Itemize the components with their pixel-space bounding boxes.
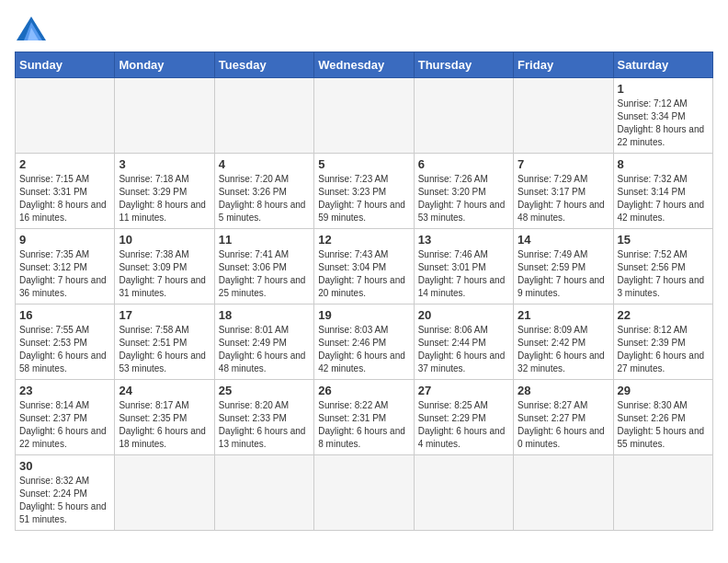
day-info: Sunrise: 7:32 AM Sunset: 3:14 PM Dayligh… xyxy=(618,173,709,224)
day-number: 20 xyxy=(418,308,509,322)
day-number: 22 xyxy=(618,308,709,322)
calendar-cell-w4-d5: 28Sunrise: 8:27 AM Sunset: 2:27 PM Dayli… xyxy=(514,380,613,455)
day-info: Sunrise: 7:23 AM Sunset: 3:23 PM Dayligh… xyxy=(318,173,409,224)
day-info: Sunrise: 7:41 AM Sunset: 3:06 PM Dayligh… xyxy=(219,248,310,300)
calendar-cell-w2-d1: 10Sunrise: 7:38 AM Sunset: 3:09 PM Dayli… xyxy=(115,229,214,304)
calendar-week-2: 9Sunrise: 7:35 AM Sunset: 3:12 PM Daylig… xyxy=(16,229,713,304)
calendar-cell-w2-d4: 13Sunrise: 7:46 AM Sunset: 3:01 PM Dayli… xyxy=(414,229,513,304)
weekday-header-wednesday: Wednesday xyxy=(314,52,414,78)
day-number: 12 xyxy=(318,233,409,247)
calendar-cell-w1-d1: 3Sunrise: 7:18 AM Sunset: 3:29 PM Daylig… xyxy=(115,154,214,229)
calendar-cell-w0-d3 xyxy=(314,78,414,154)
day-info: Sunrise: 7:35 AM Sunset: 3:12 PM Dayligh… xyxy=(19,248,110,300)
day-info: Sunrise: 8:22 AM Sunset: 2:31 PM Dayligh… xyxy=(318,399,409,451)
calendar-cell-w5-d2 xyxy=(214,455,313,531)
day-number: 19 xyxy=(318,308,409,322)
calendar-cell-w1-d5: 7Sunrise: 7:29 AM Sunset: 3:17 PM Daylig… xyxy=(514,154,613,229)
calendar-cell-w1-d2: 4Sunrise: 7:20 AM Sunset: 3:26 PM Daylig… xyxy=(214,154,313,229)
day-number: 27 xyxy=(418,384,509,397)
calendar-week-1: 2Sunrise: 7:15 AM Sunset: 3:31 PM Daylig… xyxy=(16,154,713,229)
day-number: 4 xyxy=(219,157,310,171)
calendar-cell-w1-d0: 2Sunrise: 7:15 AM Sunset: 3:31 PM Daylig… xyxy=(16,154,115,229)
day-info: Sunrise: 7:46 AM Sunset: 3:01 PM Dayligh… xyxy=(418,248,509,300)
calendar-cell-w3-d2: 18Sunrise: 8:01 AM Sunset: 2:49 PM Dayli… xyxy=(214,304,313,380)
calendar-cell-w3-d3: 19Sunrise: 8:03 AM Sunset: 2:46 PM Dayli… xyxy=(314,304,414,380)
day-number: 11 xyxy=(219,233,310,247)
day-number: 21 xyxy=(518,308,609,322)
calendar-cell-w0-d0 xyxy=(16,78,115,154)
day-number: 28 xyxy=(518,384,609,397)
day-number: 17 xyxy=(119,308,210,322)
calendar-cell-w4-d3: 26Sunrise: 8:22 AM Sunset: 2:31 PM Dayli… xyxy=(314,380,414,455)
calendar-cell-w5-d0: 30Sunrise: 8:32 AM Sunset: 2:24 PM Dayli… xyxy=(16,455,115,531)
calendar-cell-w3-d0: 16Sunrise: 7:55 AM Sunset: 2:53 PM Dayli… xyxy=(16,304,115,380)
calendar-cell-w3-d6: 22Sunrise: 8:12 AM Sunset: 2:39 PM Dayli… xyxy=(613,304,712,380)
day-info: Sunrise: 7:52 AM Sunset: 2:56 PM Dayligh… xyxy=(618,248,709,300)
day-number: 7 xyxy=(518,157,609,171)
day-number: 3 xyxy=(119,157,210,171)
weekday-header-tuesday: Tuesday xyxy=(214,52,313,78)
calendar-cell-w3-d5: 21Sunrise: 8:09 AM Sunset: 2:42 PM Dayli… xyxy=(514,304,613,380)
day-info: Sunrise: 7:58 AM Sunset: 2:51 PM Dayligh… xyxy=(119,324,210,375)
day-info: Sunrise: 7:20 AM Sunset: 3:26 PM Dayligh… xyxy=(219,173,310,224)
day-number: 18 xyxy=(219,308,310,322)
calendar-cell-w4-d6: 29Sunrise: 8:30 AM Sunset: 2:26 PM Dayli… xyxy=(613,380,712,455)
day-number: 26 xyxy=(318,384,409,397)
day-info: Sunrise: 8:09 AM Sunset: 2:42 PM Dayligh… xyxy=(518,324,609,375)
calendar-cell-w0-d6: 1Sunrise: 7:12 AM Sunset: 3:34 PM Daylig… xyxy=(613,78,712,154)
day-info: Sunrise: 8:27 AM Sunset: 2:27 PM Dayligh… xyxy=(518,399,609,451)
calendar-cell-w5-d4 xyxy=(414,455,513,531)
day-info: Sunrise: 8:20 AM Sunset: 2:33 PM Dayligh… xyxy=(219,399,310,451)
day-number: 14 xyxy=(518,233,609,247)
calendar-header: SundayMondayTuesdayWednesdayThursdayFrid… xyxy=(16,52,713,78)
day-number: 13 xyxy=(418,233,509,247)
day-info: Sunrise: 7:26 AM Sunset: 3:20 PM Dayligh… xyxy=(418,173,509,224)
weekday-header-thursday: Thursday xyxy=(414,52,513,78)
logo xyxy=(15,15,51,42)
calendar-table: SundayMondayTuesdayWednesdayThursdayFrid… xyxy=(15,52,713,531)
calendar-cell-w2-d5: 14Sunrise: 7:49 AM Sunset: 2:59 PM Dayli… xyxy=(514,229,613,304)
day-number: 16 xyxy=(19,308,110,322)
day-number: 8 xyxy=(618,157,709,171)
day-info: Sunrise: 7:43 AM Sunset: 3:04 PM Dayligh… xyxy=(318,248,409,300)
day-number: 1 xyxy=(618,82,709,96)
calendar-cell-w3-d1: 17Sunrise: 7:58 AM Sunset: 2:51 PM Dayli… xyxy=(115,304,214,380)
day-info: Sunrise: 7:49 AM Sunset: 2:59 PM Dayligh… xyxy=(518,248,609,300)
day-info: Sunrise: 7:38 AM Sunset: 3:09 PM Dayligh… xyxy=(119,248,210,300)
day-number: 24 xyxy=(119,384,210,397)
day-number: 23 xyxy=(19,384,110,397)
page-header xyxy=(15,15,713,42)
calendar-cell-w2-d0: 9Sunrise: 7:35 AM Sunset: 3:12 PM Daylig… xyxy=(16,229,115,304)
day-info: Sunrise: 8:32 AM Sunset: 2:24 PM Dayligh… xyxy=(19,475,110,526)
calendar-cell-w0-d4 xyxy=(414,78,513,154)
day-info: Sunrise: 7:29 AM Sunset: 3:17 PM Dayligh… xyxy=(518,173,609,224)
day-info: Sunrise: 8:25 AM Sunset: 2:29 PM Dayligh… xyxy=(418,399,509,451)
day-number: 25 xyxy=(219,384,310,397)
calendar-cell-w2-d3: 12Sunrise: 7:43 AM Sunset: 3:04 PM Dayli… xyxy=(314,229,414,304)
calendar-cell-w3-d4: 20Sunrise: 8:06 AM Sunset: 2:44 PM Dayli… xyxy=(414,304,513,380)
day-info: Sunrise: 8:06 AM Sunset: 2:44 PM Dayligh… xyxy=(418,324,509,375)
day-info: Sunrise: 8:30 AM Sunset: 2:26 PM Dayligh… xyxy=(618,399,709,451)
calendar-week-5: 30Sunrise: 8:32 AM Sunset: 2:24 PM Dayli… xyxy=(16,455,713,531)
day-number: 2 xyxy=(19,157,110,171)
calendar-cell-w1-d4: 6Sunrise: 7:26 AM Sunset: 3:20 PM Daylig… xyxy=(414,154,513,229)
weekday-header-saturday: Saturday xyxy=(613,52,712,78)
day-number: 15 xyxy=(618,233,709,247)
calendar-cell-w4-d0: 23Sunrise: 8:14 AM Sunset: 2:37 PM Dayli… xyxy=(16,380,115,455)
day-info: Sunrise: 7:55 AM Sunset: 2:53 PM Dayligh… xyxy=(19,324,110,375)
day-info: Sunrise: 8:01 AM Sunset: 2:49 PM Dayligh… xyxy=(219,324,310,375)
calendar-week-3: 16Sunrise: 7:55 AM Sunset: 2:53 PM Dayli… xyxy=(16,304,713,380)
day-info: Sunrise: 8:03 AM Sunset: 2:46 PM Dayligh… xyxy=(318,324,409,375)
day-number: 30 xyxy=(19,459,110,473)
calendar-cell-w4-d1: 24Sunrise: 8:17 AM Sunset: 2:35 PM Dayli… xyxy=(115,380,214,455)
day-number: 6 xyxy=(418,157,509,171)
weekday-header-row: SundayMondayTuesdayWednesdayThursdayFrid… xyxy=(16,52,713,78)
day-number: 29 xyxy=(618,384,709,397)
calendar-cell-w2-d6: 15Sunrise: 7:52 AM Sunset: 2:56 PM Dayli… xyxy=(613,229,712,304)
calendar-cell-w5-d3 xyxy=(314,455,414,531)
day-info: Sunrise: 8:17 AM Sunset: 2:35 PM Dayligh… xyxy=(119,399,210,451)
logo-icon xyxy=(15,15,48,42)
calendar-cell-w0-d1 xyxy=(115,78,214,154)
day-number: 5 xyxy=(318,157,409,171)
weekday-header-sunday: Sunday xyxy=(16,52,115,78)
